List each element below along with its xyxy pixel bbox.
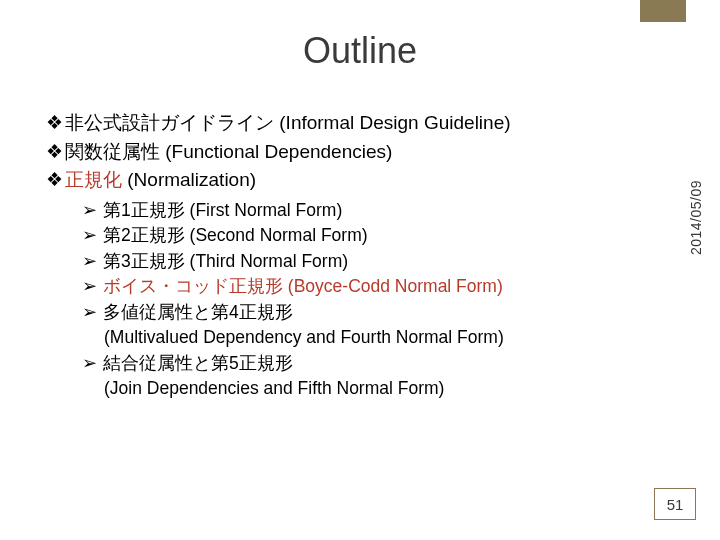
- sub-text: 第3正規形 (Third Normal Form): [103, 251, 348, 271]
- sub-text: (Join Dependencies and Fifth Normal Form…: [104, 378, 444, 398]
- sub-item-1nf: ➢第1正規形 (First Normal Form): [82, 198, 646, 223]
- outline-item-informal-design: ❖非公式設計ガイドライン (Informal Design Guideline): [46, 110, 646, 137]
- sub-text: 多値従属性と第4正規形: [103, 302, 293, 322]
- bullet-text-en: (Informal Design Guideline): [274, 112, 511, 133]
- accent-band: [640, 0, 686, 22]
- arrow-icon: ➢: [82, 200, 97, 220]
- diamond-icon: ❖: [46, 169, 63, 190]
- sub-item-5nf-cont: (Join Dependencies and Fifth Normal Form…: [104, 376, 646, 401]
- page-number: 51: [654, 488, 696, 520]
- page-number-text: 51: [667, 496, 684, 513]
- bullet-text-en: (Normalization): [122, 169, 256, 190]
- diamond-icon: ❖: [46, 141, 63, 162]
- date-label: 2014/05/09: [688, 180, 704, 255]
- arrow-icon: ➢: [82, 276, 97, 296]
- sub-text: 結合従属性と第5正規形: [103, 353, 293, 373]
- sub-text: 第2正規形 (Second Normal Form): [103, 225, 368, 245]
- bullet-text-jp: 正規化: [65, 169, 122, 190]
- arrow-icon: ➢: [82, 302, 97, 322]
- arrow-icon: ➢: [82, 353, 97, 373]
- sub-item-2nf: ➢第2正規形 (Second Normal Form): [82, 223, 646, 248]
- content-body: ❖非公式設計ガイドライン (Informal Design Guideline)…: [46, 110, 646, 402]
- arrow-icon: ➢: [82, 225, 97, 245]
- outline-item-functional-dependencies: ❖関数従属性 (Functional Dependencies): [46, 139, 646, 166]
- arrow-icon: ➢: [82, 251, 97, 271]
- sub-item-4nf: ➢多値従属性と第4正規形: [82, 300, 646, 325]
- diamond-icon: ❖: [46, 112, 63, 133]
- sub-item-3nf: ➢第3正規形 (Third Normal Form): [82, 249, 646, 274]
- bullet-text-en: (Functional Dependencies): [160, 141, 392, 162]
- normalization-sublist: ➢第1正規形 (First Normal Form) ➢第2正規形 (Secon…: [82, 198, 646, 401]
- sub-item-bcnf: ➢ボイス・コッド正規形 (Boyce-Codd Normal Form): [82, 274, 646, 299]
- sub-item-4nf-cont: (Multivalued Dependency and Fourth Norma…: [104, 325, 646, 350]
- outline-item-normalization: ❖正規化 (Normalization): [46, 167, 646, 194]
- bullet-text-jp: 非公式設計ガイドライン: [65, 112, 274, 133]
- slide-title: Outline: [0, 30, 720, 72]
- sub-text: ボイス・コッド正規形 (Boyce-Codd Normal Form): [103, 276, 503, 296]
- bullet-text-jp: 関数従属性: [65, 141, 160, 162]
- sub-text: 第1正規形 (First Normal Form): [103, 200, 342, 220]
- sub-item-5nf: ➢結合従属性と第5正規形: [82, 351, 646, 376]
- sub-text: (Multivalued Dependency and Fourth Norma…: [104, 327, 504, 347]
